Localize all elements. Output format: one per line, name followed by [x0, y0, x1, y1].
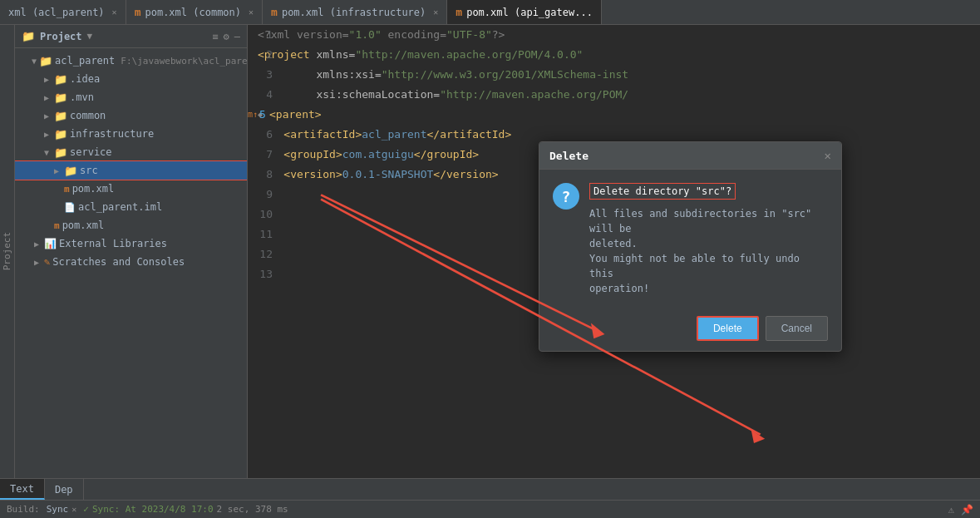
sync-check-icon: ✓ [83, 504, 89, 515]
tree-item-label: infrastructure [70, 128, 154, 140]
folder-icon: 📁 [54, 110, 67, 122]
sync-section: Sync ✕ [47, 504, 77, 515]
tree-item-idea[interactable]: ▶ 📁 .idea [15, 70, 247, 88]
tree-item-scratches[interactable]: ▶ ✎ Scratches and Consoles [15, 253, 247, 271]
code-line-4: xsi:schemaLocation="http://maven.apache.… [251, 85, 980, 105]
folder-icon: 📁 [39, 55, 52, 67]
tab-bar: xml (acl_parent) ✕ m pom.xml (common) ✕ … [0, 0, 980, 25]
folder-icon: 📁 [54, 146, 67, 159]
tree-item-infrastructure[interactable]: ▶ 📁 infrastructure [15, 125, 247, 143]
more-icon[interactable]: — [234, 31, 240, 42]
project-side-label: Project [0, 25, 15, 478]
sync-text: Sync: At 2023/4/8 17:0 [92, 504, 214, 515]
expand-arrow: ▶ [52, 166, 62, 175]
tree-item-label: src [80, 165, 98, 176]
bottom-tab-bar: Text Dep [0, 478, 980, 500]
project-folder-icon: 📁 [22, 30, 35, 42]
scratches-icon: ✎ [44, 256, 50, 268]
maven-icon: m [456, 6, 462, 18]
tree-item-pom-root[interactable]: m pom.xml [15, 216, 247, 234]
dialog-title: Delete [549, 150, 825, 162]
expand-arrow: ▶ [32, 258, 42, 267]
tree-item-label: common [70, 110, 106, 121]
tree-item-external-libs[interactable]: ▶ 📊 External Libraries [15, 234, 247, 253]
tree-item-src[interactable]: ▶ 📁 src [15, 161, 247, 180]
tab-close-icon[interactable]: ✕ [112, 7, 117, 17]
collapse-icon[interactable]: ≡ [212, 31, 218, 42]
sidebar-tree: ▼ 📁 acl_parent F:\javawebwork\acl_parent… [15, 48, 247, 478]
dialog-close-button[interactable]: ✕ [825, 149, 831, 162]
expand-arrow: ▼ [32, 57, 37, 66]
project-dropdown-icon[interactable]: ▼ [87, 31, 93, 42]
sync-label[interactable]: Sync [47, 504, 69, 515]
expand-arrow: ▶ [42, 75, 52, 84]
lib-icon: 📊 [44, 238, 57, 249]
project-label-text: Project [2, 232, 12, 270]
status-icons: ⚠ 📌 [948, 504, 973, 516]
main-area: Project 📁 Project ▼ ≡ ⚙ — ▼ 📁 acl_parent… [0, 25, 980, 478]
tree-item-service[interactable]: ▼ 📁 service [15, 143, 247, 161]
tab-text[interactable]: Text [0, 479, 45, 500]
sync-time: 2 sec, 378 ms [217, 504, 288, 515]
maven-icon: m [64, 184, 70, 195]
folder-icon: 📁 [54, 73, 67, 86]
tree-item-acl-parent-iml[interactable]: 📄 acl_parent.iml [15, 198, 247, 216]
dialog-message-text: All files and subdirectories in "src" wi… [589, 206, 828, 296]
dialog-titlebar: Delete ✕ [539, 142, 841, 170]
dialog-question-icon: ? [553, 183, 579, 210]
expand-arrow: ▶ [42, 93, 52, 102]
pin-icon[interactable]: 📌 [961, 504, 973, 516]
tree-item-label: pom.xml [72, 183, 115, 195]
tab-label: pom.xml (common) [145, 7, 241, 18]
line-numbers: 1234 m↑ 5 678910111213 [248, 25, 279, 284]
editor-area: 1234 m↑ 5 678910111213 <?xml version="1.… [248, 25, 980, 478]
sidebar-header: 📁 Project ▼ ≡ ⚙ — [15, 25, 247, 48]
path-label: F:\javawebwork\acl_parent [121, 56, 247, 67]
tree-item-label: Scratches and Consoles [52, 256, 185, 268]
tab-close-icon[interactable]: ✕ [433, 7, 438, 17]
tree-item-label: acl_parent [55, 55, 115, 67]
dialog-body: ? Delete directory "src"? All files and … [539, 170, 841, 309]
tab-xml-acl-parent[interactable]: xml (acl_parent) ✕ [0, 0, 126, 24]
iml-icon: 📄 [64, 202, 76, 213]
code-line-2: <project xmlns="http://maven.apache.org/… [251, 45, 980, 65]
tree-item-label: .mvn [70, 91, 94, 103]
tab-close-icon[interactable]: ✕ [249, 7, 254, 17]
expand-arrow: ▼ [42, 148, 52, 157]
tree-item-pom-service[interactable]: m pom.xml [15, 180, 247, 198]
folder-icon: 📁 [54, 128, 67, 141]
sync-close-icon[interactable]: ✕ [71, 505, 76, 514]
tree-item-mvn[interactable]: ▶ 📁 .mvn [15, 88, 247, 106]
dialog-content: Delete directory "src"? All files and su… [589, 183, 828, 296]
code-line-1: <?xml version="1.0" encoding="UTF-8"?> [251, 25, 980, 45]
sidebar-title: Project [40, 31, 82, 42]
tab-pom-infrastructure[interactable]: m pom.xml (infrastructure) ✕ [263, 0, 447, 24]
dialog-question-text: Delete directory "src"? [589, 183, 736, 200]
line-marker: m↑ [248, 105, 258, 125]
build-label: Build: [7, 504, 40, 515]
sync-message: ✓ Sync: At 2023/4/8 17:0 2 sec, 378 ms [83, 504, 288, 515]
tree-item-label: External Libraries [59, 238, 167, 249]
folder-icon: 📁 [54, 91, 67, 104]
tab-pom-common[interactable]: m pom.xml (common) ✕ [126, 0, 263, 24]
delete-confirm-button[interactable]: Delete [697, 316, 759, 341]
tree-item-label: pom.xml [62, 220, 105, 231]
tree-item-label: service [70, 146, 112, 158]
sidebar-controls: ≡ ⚙ — [212, 31, 240, 42]
tree-item-common[interactable]: ▶ 📁 common [15, 106, 247, 125]
tree-item-label: acl_parent.iml [78, 201, 162, 213]
dialog-buttons: Delete Cancel [539, 309, 841, 351]
maven-icon: m [135, 6, 141, 18]
warning-icon[interactable]: ⚠ [948, 504, 954, 516]
tab-dep[interactable]: Dep [45, 479, 84, 500]
maven-icon: m [271, 6, 278, 18]
delete-dialog: Delete ✕ ? Delete directory "src"? All f… [539, 141, 842, 352]
tree-item-acl-parent[interactable]: ▼ 📁 acl_parent F:\javawebwork\acl_parent [15, 52, 247, 70]
tab-pom-api-gateway[interactable]: m pom.xml (api_gatew... [447, 0, 602, 24]
cancel-button[interactable]: Cancel [766, 316, 828, 341]
settings-icon[interactable]: ⚙ [224, 31, 229, 42]
maven-icon: m [54, 220, 60, 231]
tab-label: xml (acl_parent) [8, 7, 105, 18]
tab-label: pom.xml (infrastructure) [282, 7, 426, 18]
status-bar: Build: Sync ✕ ✓ Sync: At 2023/4/8 17:0 2… [0, 500, 980, 518]
